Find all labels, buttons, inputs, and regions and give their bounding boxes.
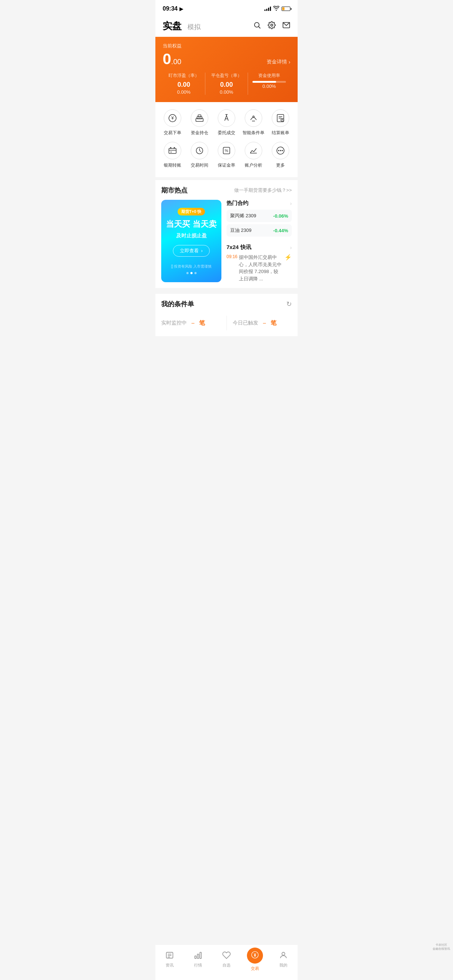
balance-integer: 0 <box>163 51 171 67</box>
section-divider-2 <box>155 288 298 291</box>
location-arrow-icon: ▶ <box>179 6 183 12</box>
menu-label-settlement: 结算账单 <box>272 130 289 136</box>
account-stats: 盯市浮盈（率） 0.00 0.00% 平仓盈亏（率） 0.00 0.00% 资金… <box>163 73 290 95</box>
account-card: 当前权益 0 .00 资金详情 › 盯市浮盈（率） 0.00 0.00% 平仓盈… <box>155 37 298 102</box>
condition-header: 我的条件单 ↻ <box>161 300 292 309</box>
condition-stat-monitoring: 实时监控中 － 笔 <box>161 316 221 330</box>
quick-menu-row-1: ¥ 交易下单 资金持仓 <box>159 110 294 136</box>
trade-time-icon <box>191 142 208 159</box>
svg-line-1 <box>258 27 260 28</box>
battery-icon <box>282 6 290 11</box>
profile-nav-icon <box>279 951 288 961</box>
signal-icon <box>265 6 271 11</box>
hot-banner[interactable]: 期货T+0 快 当天买 当天卖 及时止损止盈 立即查看 › [] 投资有风险 入… <box>161 200 222 282</box>
menu-item-settlement[interactable]: 结算账单 <box>269 110 292 136</box>
menu-item-trade[interactable]: ¥ 交易下单 <box>161 110 184 136</box>
wifi-icon <box>273 6 279 12</box>
position-icon <box>191 110 208 127</box>
market-nav-icon <box>194 951 203 961</box>
stat-closed-profit: 平仓盈亏（率） 0.00 0.00% <box>205 73 248 95</box>
svg-text:%: % <box>225 148 228 153</box>
svg-rect-36 <box>195 956 196 958</box>
news-title: 7x24 快讯 <box>226 244 251 251</box>
contract-item-1[interactable]: 聚丙烯 2309 -0.06% <box>226 210 292 222</box>
banner-title: 当天买 当天卖 <box>166 219 216 230</box>
settings-icon[interactable] <box>268 21 276 31</box>
svg-rect-37 <box>197 954 199 958</box>
menu-item-transfer[interactable]: 银期转账 <box>161 142 184 169</box>
banner-dots <box>187 272 196 274</box>
menu-label-trade: 交易下单 <box>164 130 181 136</box>
header: 实盘 模拟 <box>155 16 298 37</box>
menu-label-trade-time: 交易时间 <box>191 162 208 169</box>
condition-section: 我的条件单 ↻ 实时监控中 － 笔 今日已触发 － 笔 <box>155 294 298 336</box>
status-time: 09:34 <box>163 5 178 12</box>
condition-stat-triggered: 今日已触发 － 笔 <box>233 316 292 330</box>
stat-floating-profit: 盯市浮盈（率） 0.00 0.00% <box>163 73 205 95</box>
nav-label-trade: 交易 <box>251 966 259 971</box>
refresh-icon[interactable]: ↻ <box>286 300 292 308</box>
contract-item-2[interactable]: 豆油 2309 -0.44% <box>226 224 292 237</box>
tab-live[interactable]: 实盘 <box>163 20 182 32</box>
contracts-arrow[interactable]: › <box>290 200 292 206</box>
tab-simulated[interactable]: 模拟 <box>187 22 201 31</box>
menu-item-account-analysis[interactable]: 账户分析 <box>242 142 265 169</box>
nav-item-watchlist[interactable]: 自选 <box>215 951 238 968</box>
banner-subtitle: 及时止损止盈 <box>176 232 207 239</box>
menu-item-more[interactable]: 更多 <box>269 142 292 169</box>
contracts-header: 热门合约 › <box>226 200 292 207</box>
menu-label-margin-rate: 保证金率 <box>218 162 235 169</box>
lightning-icon: ⚡ <box>284 254 292 261</box>
svg-point-41 <box>282 952 285 955</box>
quick-menu-row-2: 银期转账 交易时间 % 保证金率 <box>159 142 294 169</box>
menu-item-commission[interactable]: 委托成交 <box>215 110 238 136</box>
hot-content: 期货T+0 快 当天买 当天卖 及时止损止盈 立即查看 › [] 投资有风险 入… <box>161 200 292 282</box>
hot-link[interactable]: 做一手期货需要多少钱？>> <box>234 187 292 194</box>
quick-menu: ¥ 交易下单 资金持仓 <box>155 102 298 177</box>
nav-item-news[interactable]: 资讯 <box>159 951 180 968</box>
news-text: 据中国外汇交易中心，人民币兑美元中间价报 7.2098，较上日调降 ... <box>239 254 283 282</box>
condition-stats: 实时监控中 － 笔 今日已触发 － 笔 <box>161 316 292 330</box>
menu-item-position[interactable]: 资金持仓 <box>188 110 211 136</box>
menu-label-transfer: 银期转账 <box>164 162 181 169</box>
trade-nav-icon: ¥ <box>251 951 259 960</box>
menu-item-margin-rate[interactable]: % 保证金率 <box>215 142 238 169</box>
svg-point-11 <box>253 116 254 118</box>
dot-2 <box>190 272 193 274</box>
trade-active-btn: ¥ <box>247 948 263 964</box>
menu-label-commission: 委托成交 <box>218 130 235 136</box>
status-icons <box>265 6 290 12</box>
menu-label-more: 更多 <box>276 162 285 169</box>
header-tabs: 实盘 模拟 <box>163 20 201 32</box>
condition-divider <box>226 316 227 330</box>
menu-label-smart-order: 智能条件单 <box>242 130 265 136</box>
account-analysis-icon <box>245 142 262 159</box>
banner-btn[interactable]: 立即查看 › <box>173 245 209 257</box>
hot-right-panel: 热门合约 › 聚丙烯 2309 -0.06% 豆油 2309 -0.44% 7x… <box>226 200 292 282</box>
news-time: 09:16 <box>226 254 238 259</box>
section-divider-1 <box>155 177 298 180</box>
balance-decimal: .00 <box>171 57 181 66</box>
hot-header: 期市热点 做一手期货需要多少钱？>> <box>161 186 292 195</box>
news-arrow[interactable]: › <box>290 245 292 250</box>
menu-item-smart-order[interactable]: 智能条件单 <box>242 110 265 136</box>
mail-icon[interactable] <box>282 21 290 31</box>
news-item[interactable]: 09:16 据中国外汇交易中心，人民币兑美元中间价报 7.2098，较上日调降 … <box>226 254 292 282</box>
nav-label-market: 行情 <box>194 963 202 968</box>
nav-item-market[interactable]: 行情 <box>187 951 209 968</box>
menu-item-trade-time[interactable]: 交易时间 <box>188 142 211 169</box>
menu-label-account-analysis: 账户分析 <box>245 162 262 169</box>
condition-title: 我的条件单 <box>161 300 194 309</box>
nav-label-profile: 我的 <box>279 963 287 968</box>
account-detail-link[interactable]: 资金详情 › <box>266 59 290 67</box>
nav-item-trade[interactable]: ¥ 交易 <box>244 948 266 971</box>
svg-line-24 <box>199 151 201 152</box>
dot-3 <box>195 272 196 274</box>
watchlist-nav-icon <box>222 951 231 961</box>
search-icon[interactable] <box>253 21 261 31</box>
nav-item-profile[interactable]: 我的 <box>273 951 294 968</box>
account-balance-row: 0 .00 资金详情 › <box>163 51 290 67</box>
svg-point-2 <box>271 24 273 26</box>
svg-text:¥: ¥ <box>171 116 174 121</box>
trade-icon: ¥ <box>164 110 181 127</box>
